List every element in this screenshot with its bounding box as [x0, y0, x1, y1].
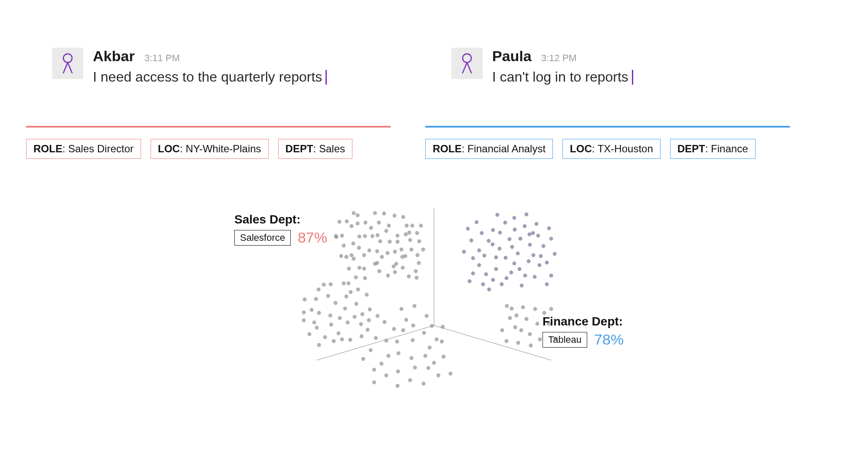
svg-point-147 — [323, 335, 327, 339]
svg-point-226 — [515, 314, 518, 317]
svg-point-190 — [428, 346, 431, 349]
svg-point-22 — [352, 211, 355, 215]
svg-point-204 — [425, 314, 428, 318]
svg-point-142 — [337, 332, 340, 335]
svg-point-116 — [477, 249, 481, 252]
svg-point-149 — [360, 335, 363, 338]
svg-point-216 — [533, 307, 537, 311]
svg-point-56 — [342, 244, 345, 247]
svg-point-82 — [519, 237, 522, 240]
svg-point-157 — [347, 282, 350, 285]
svg-point-169 — [349, 290, 352, 294]
svg-point-105 — [494, 256, 498, 259]
svg-point-18 — [352, 242, 355, 245]
svg-point-93 — [498, 231, 502, 234]
svg-point-77 — [525, 213, 528, 216]
svg-point-99 — [516, 252, 519, 255]
tag-loc: LOC: TX-Houston — [562, 139, 661, 159]
svg-point-133 — [329, 314, 332, 317]
svg-point-91 — [480, 231, 483, 235]
svg-point-137 — [365, 293, 368, 296]
cluster-title: Sales Dept: — [234, 213, 327, 227]
cluster-title: Finance Dept: — [542, 315, 624, 328]
svg-point-228 — [549, 307, 553, 311]
svg-point-160 — [368, 308, 372, 311]
svg-point-178 — [401, 328, 405, 332]
svg-point-55 — [375, 250, 379, 253]
svg-point-165 — [353, 315, 356, 319]
svg-point-174 — [385, 339, 388, 342]
scatter-points — [302, 211, 557, 388]
svg-point-53 — [347, 267, 351, 270]
tag-row-sales: ROLE: Sales Director LOC: NY-White-Plain… — [26, 139, 352, 159]
svg-point-13 — [387, 224, 391, 227]
svg-point-134 — [322, 283, 326, 286]
svg-point-71 — [411, 224, 414, 227]
svg-point-101 — [477, 263, 481, 267]
svg-point-180 — [397, 351, 400, 355]
svg-point-202 — [387, 354, 390, 358]
svg-point-162 — [366, 328, 369, 332]
svg-point-75 — [487, 239, 490, 243]
svg-point-45 — [401, 215, 405, 219]
svg-point-80 — [535, 222, 538, 226]
svg-point-220 — [510, 307, 513, 310]
svg-point-224 — [500, 328, 504, 332]
svg-point-84 — [496, 213, 499, 217]
text-cursor — [632, 70, 633, 85]
svg-point-163 — [338, 316, 342, 320]
svg-point-107 — [491, 228, 495, 232]
svg-point-205 — [400, 307, 403, 311]
svg-point-175 — [432, 361, 436, 365]
svg-point-62 — [363, 276, 367, 280]
svg-point-68 — [416, 253, 419, 257]
svg-point-59 — [415, 231, 419, 235]
svg-point-10 — [373, 211, 377, 215]
svg-point-203 — [374, 336, 378, 340]
svg-point-90 — [475, 220, 478, 224]
cluster-label-finance: Finance Dept: Tableau 78% — [542, 315, 624, 348]
svg-point-132 — [326, 294, 330, 298]
tag-row-finance: ROLE: Financial Analyst LOC: TX-Houston … — [425, 139, 756, 159]
svg-point-131 — [528, 233, 531, 236]
svg-point-33 — [417, 261, 421, 265]
svg-point-140 — [342, 282, 345, 285]
message-text: I need access to the quarterly reports — [93, 69, 327, 85]
svg-point-6 — [376, 233, 379, 237]
cluster-pct: 78% — [594, 331, 624, 348]
scatter-plot: Sales Dept: Salesforce 87% Finance Dept:… — [247, 208, 621, 395]
svg-point-129 — [491, 278, 495, 282]
svg-point-113 — [470, 239, 473, 242]
avatar — [52, 48, 83, 79]
svg-point-16 — [338, 220, 341, 223]
svg-point-43 — [345, 220, 349, 223]
svg-point-211 — [505, 339, 508, 343]
svg-point-35 — [350, 253, 353, 257]
svg-point-37 — [396, 234, 399, 237]
message-text: I can't log in to reports — [492, 69, 633, 85]
tag-loc: LOC: NY-White-Plains — [151, 139, 269, 159]
svg-point-161 — [315, 326, 319, 329]
svg-point-168 — [302, 319, 306, 322]
svg-point-41 — [350, 224, 353, 228]
svg-point-15 — [339, 254, 343, 258]
svg-point-227 — [505, 304, 509, 308]
svg-point-229 — [519, 328, 523, 332]
svg-point-119 — [545, 261, 549, 264]
svg-point-106 — [484, 273, 488, 276]
svg-point-185 — [372, 381, 376, 384]
svg-point-51 — [386, 251, 389, 255]
svg-point-94 — [533, 275, 536, 279]
svg-point-81 — [513, 216, 516, 220]
svg-point-76 — [513, 262, 516, 265]
user-name: Paula — [492, 48, 532, 65]
svg-point-100 — [536, 234, 540, 237]
svg-point-63 — [386, 274, 390, 277]
svg-point-206 — [440, 340, 444, 343]
svg-point-218 — [508, 316, 512, 320]
svg-point-38 — [358, 266, 361, 269]
svg-line-4 — [434, 325, 551, 360]
svg-point-29 — [396, 240, 399, 243]
svg-point-125 — [545, 282, 549, 286]
svg-point-108 — [523, 224, 526, 228]
